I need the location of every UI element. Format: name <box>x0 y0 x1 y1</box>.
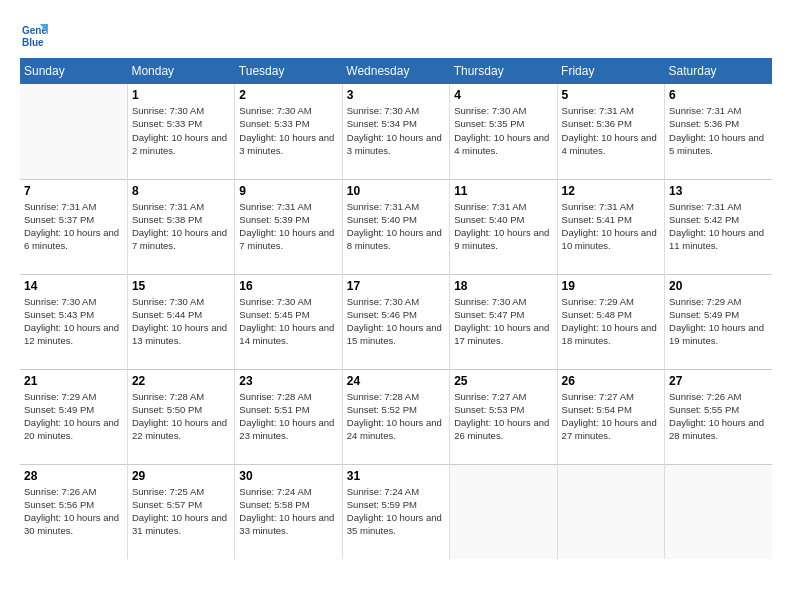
day-cell: 17Sunrise: 7:30 AMSunset: 5:46 PMDayligh… <box>342 274 449 369</box>
day-number: 29 <box>132 469 230 483</box>
day-number: 13 <box>669 184 768 198</box>
calendar-table: SundayMondayTuesdayWednesdayThursdayFrid… <box>20 58 772 559</box>
day-info: Sunrise: 7:31 AMSunset: 5:41 PMDaylight:… <box>562 200 660 253</box>
week-row-4: 21Sunrise: 7:29 AMSunset: 5:49 PMDayligh… <box>20 369 772 464</box>
day-number: 11 <box>454 184 552 198</box>
day-info: Sunrise: 7:25 AMSunset: 5:57 PMDaylight:… <box>132 485 230 538</box>
day-cell <box>557 464 664 559</box>
day-info: Sunrise: 7:30 AMSunset: 5:33 PMDaylight:… <box>132 104 230 157</box>
day-number: 14 <box>24 279 123 293</box>
logo: General Blue <box>20 20 50 48</box>
day-cell: 27Sunrise: 7:26 AMSunset: 5:55 PMDayligh… <box>665 369 772 464</box>
day-cell: 29Sunrise: 7:25 AMSunset: 5:57 PMDayligh… <box>127 464 234 559</box>
day-info: Sunrise: 7:27 AMSunset: 5:54 PMDaylight:… <box>562 390 660 443</box>
day-info: Sunrise: 7:30 AMSunset: 5:34 PMDaylight:… <box>347 104 445 157</box>
day-number: 28 <box>24 469 123 483</box>
day-info: Sunrise: 7:30 AMSunset: 5:46 PMDaylight:… <box>347 295 445 348</box>
header-sunday: Sunday <box>20 58 127 84</box>
day-cell: 16Sunrise: 7:30 AMSunset: 5:45 PMDayligh… <box>235 274 342 369</box>
day-info: Sunrise: 7:30 AMSunset: 5:43 PMDaylight:… <box>24 295 123 348</box>
day-number: 16 <box>239 279 337 293</box>
header-monday: Monday <box>127 58 234 84</box>
day-info: Sunrise: 7:31 AMSunset: 5:40 PMDaylight:… <box>347 200 445 253</box>
day-cell: 5Sunrise: 7:31 AMSunset: 5:36 PMDaylight… <box>557 84 664 179</box>
day-number: 15 <box>132 279 230 293</box>
day-cell: 10Sunrise: 7:31 AMSunset: 5:40 PMDayligh… <box>342 179 449 274</box>
day-info: Sunrise: 7:24 AMSunset: 5:58 PMDaylight:… <box>239 485 337 538</box>
day-info: Sunrise: 7:31 AMSunset: 5:37 PMDaylight:… <box>24 200 123 253</box>
day-number: 8 <box>132 184 230 198</box>
week-row-1: 1Sunrise: 7:30 AMSunset: 5:33 PMDaylight… <box>20 84 772 179</box>
day-info: Sunrise: 7:31 AMSunset: 5:42 PMDaylight:… <box>669 200 768 253</box>
day-cell: 3Sunrise: 7:30 AMSunset: 5:34 PMDaylight… <box>342 84 449 179</box>
day-number: 27 <box>669 374 768 388</box>
header-tuesday: Tuesday <box>235 58 342 84</box>
day-cell: 24Sunrise: 7:28 AMSunset: 5:52 PMDayligh… <box>342 369 449 464</box>
day-number: 18 <box>454 279 552 293</box>
day-number: 2 <box>239 88 337 102</box>
day-cell: 12Sunrise: 7:31 AMSunset: 5:41 PMDayligh… <box>557 179 664 274</box>
day-cell: 13Sunrise: 7:31 AMSunset: 5:42 PMDayligh… <box>665 179 772 274</box>
day-info: Sunrise: 7:30 AMSunset: 5:47 PMDaylight:… <box>454 295 552 348</box>
logo-icon: General Blue <box>20 20 48 48</box>
day-number: 12 <box>562 184 660 198</box>
day-number: 25 <box>454 374 552 388</box>
day-number: 20 <box>669 279 768 293</box>
day-cell <box>20 84 127 179</box>
day-number: 17 <box>347 279 445 293</box>
day-info: Sunrise: 7:30 AMSunset: 5:45 PMDaylight:… <box>239 295 337 348</box>
day-info: Sunrise: 7:30 AMSunset: 5:33 PMDaylight:… <box>239 104 337 157</box>
week-row-5: 28Sunrise: 7:26 AMSunset: 5:56 PMDayligh… <box>20 464 772 559</box>
day-cell: 25Sunrise: 7:27 AMSunset: 5:53 PMDayligh… <box>450 369 557 464</box>
day-number: 19 <box>562 279 660 293</box>
day-cell: 19Sunrise: 7:29 AMSunset: 5:48 PMDayligh… <box>557 274 664 369</box>
day-number: 10 <box>347 184 445 198</box>
day-number: 4 <box>454 88 552 102</box>
day-cell: 30Sunrise: 7:24 AMSunset: 5:58 PMDayligh… <box>235 464 342 559</box>
day-cell: 7Sunrise: 7:31 AMSunset: 5:37 PMDaylight… <box>20 179 127 274</box>
day-cell: 6Sunrise: 7:31 AMSunset: 5:36 PMDaylight… <box>665 84 772 179</box>
day-info: Sunrise: 7:29 AMSunset: 5:48 PMDaylight:… <box>562 295 660 348</box>
day-number: 21 <box>24 374 123 388</box>
day-info: Sunrise: 7:28 AMSunset: 5:51 PMDaylight:… <box>239 390 337 443</box>
day-info: Sunrise: 7:26 AMSunset: 5:56 PMDaylight:… <box>24 485 123 538</box>
day-cell: 26Sunrise: 7:27 AMSunset: 5:54 PMDayligh… <box>557 369 664 464</box>
day-info: Sunrise: 7:30 AMSunset: 5:44 PMDaylight:… <box>132 295 230 348</box>
day-number: 3 <box>347 88 445 102</box>
day-number: 9 <box>239 184 337 198</box>
day-cell: 14Sunrise: 7:30 AMSunset: 5:43 PMDayligh… <box>20 274 127 369</box>
day-info: Sunrise: 7:31 AMSunset: 5:39 PMDaylight:… <box>239 200 337 253</box>
svg-text:Blue: Blue <box>22 37 44 48</box>
header-wednesday: Wednesday <box>342 58 449 84</box>
header-thursday: Thursday <box>450 58 557 84</box>
day-number: 5 <box>562 88 660 102</box>
day-cell: 20Sunrise: 7:29 AMSunset: 5:49 PMDayligh… <box>665 274 772 369</box>
day-cell: 11Sunrise: 7:31 AMSunset: 5:40 PMDayligh… <box>450 179 557 274</box>
day-number: 7 <box>24 184 123 198</box>
day-cell: 1Sunrise: 7:30 AMSunset: 5:33 PMDaylight… <box>127 84 234 179</box>
header-saturday: Saturday <box>665 58 772 84</box>
day-info: Sunrise: 7:31 AMSunset: 5:36 PMDaylight:… <box>562 104 660 157</box>
day-cell <box>665 464 772 559</box>
day-cell: 4Sunrise: 7:30 AMSunset: 5:35 PMDaylight… <box>450 84 557 179</box>
day-number: 30 <box>239 469 337 483</box>
day-number: 24 <box>347 374 445 388</box>
day-number: 31 <box>347 469 445 483</box>
day-cell: 8Sunrise: 7:31 AMSunset: 5:38 PMDaylight… <box>127 179 234 274</box>
day-info: Sunrise: 7:26 AMSunset: 5:55 PMDaylight:… <box>669 390 768 443</box>
day-info: Sunrise: 7:28 AMSunset: 5:50 PMDaylight:… <box>132 390 230 443</box>
day-cell: 31Sunrise: 7:24 AMSunset: 5:59 PMDayligh… <box>342 464 449 559</box>
day-cell: 2Sunrise: 7:30 AMSunset: 5:33 PMDaylight… <box>235 84 342 179</box>
day-info: Sunrise: 7:31 AMSunset: 5:38 PMDaylight:… <box>132 200 230 253</box>
page-header: General Blue <box>20 20 772 48</box>
day-number: 6 <box>669 88 768 102</box>
day-cell <box>450 464 557 559</box>
day-cell: 15Sunrise: 7:30 AMSunset: 5:44 PMDayligh… <box>127 274 234 369</box>
day-cell: 9Sunrise: 7:31 AMSunset: 5:39 PMDaylight… <box>235 179 342 274</box>
day-number: 22 <box>132 374 230 388</box>
day-info: Sunrise: 7:30 AMSunset: 5:35 PMDaylight:… <box>454 104 552 157</box>
day-cell: 18Sunrise: 7:30 AMSunset: 5:47 PMDayligh… <box>450 274 557 369</box>
day-info: Sunrise: 7:27 AMSunset: 5:53 PMDaylight:… <box>454 390 552 443</box>
day-cell: 28Sunrise: 7:26 AMSunset: 5:56 PMDayligh… <box>20 464 127 559</box>
day-cell: 22Sunrise: 7:28 AMSunset: 5:50 PMDayligh… <box>127 369 234 464</box>
